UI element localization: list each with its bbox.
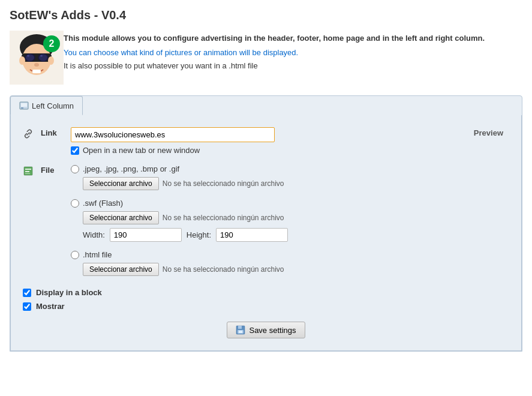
display-block-checkbox[interactable] — [23, 289, 31, 297]
header-normal: It is also possible to put whatever you … — [64, 61, 485, 71]
dimensions-row: Width: Height: — [83, 228, 509, 242]
svg-rect-17 — [21, 103, 27, 107]
new-tab-label: Open in a new tab or new window — [83, 146, 200, 155]
file-icon — [23, 166, 34, 176]
image-no-file: No se ha seleccionado ningún archivo — [163, 179, 284, 188]
save-icon — [236, 325, 245, 335]
image-upload-row: Seleccionar archivo No se ha seleccionad… — [83, 177, 509, 190]
link-row: Link Open in a new tab or new window Pre… — [23, 127, 509, 155]
file-options: .jpeg, .jpg, .png, .bmp or .gif Seleccio… — [71, 164, 509, 276]
image-option-label: .jpeg, .jpg, .png, .bmp or .gif — [83, 164, 179, 173]
link-icon-container — [23, 128, 36, 141]
file-icon-container — [23, 166, 36, 178]
svg-point-8 — [39, 55, 47, 61]
html-option-label: .html file — [83, 250, 112, 259]
bottom-checkboxes: Display in a block Mostrar — [23, 288, 509, 311]
svg-rect-18 — [21, 107, 23, 109]
save-label: Save settings — [249, 326, 296, 335]
file-field-content: .jpeg, .jpg, .png, .bmp or .gif Seleccio… — [71, 164, 509, 276]
height-input[interactable] — [216, 228, 288, 242]
mostrar-checkbox[interactable] — [23, 302, 31, 311]
swf-radio-row: .swf (Flash) — [71, 199, 509, 208]
height-label: Height: — [187, 230, 211, 239]
mostrar-label: Mostrar — [36, 302, 65, 311]
svg-rect-22 — [25, 173, 30, 174]
mostrar-row: Mostrar — [23, 302, 509, 311]
save-button[interactable]: Save settings — [227, 322, 305, 338]
link-icon — [23, 128, 34, 139]
swf-select-btn[interactable]: Seleccionar archivo — [83, 211, 159, 224]
image-select-btn[interactable]: Seleccionar archivo — [83, 177, 159, 190]
html-radio-row: .html file — [71, 250, 509, 259]
tab-section: Left Column Link Open in a new tab or ne… — [10, 95, 522, 352]
link-label: Link — [41, 127, 71, 137]
link-input[interactable] — [71, 127, 275, 142]
swf-radio[interactable] — [71, 199, 79, 208]
new-tab-checkbox[interactable] — [71, 146, 79, 155]
width-input[interactable] — [110, 228, 182, 242]
file-row: File .jpeg, .jpg, .png, .bmp or .gif Sel… — [23, 164, 509, 276]
svg-rect-21 — [25, 171, 29, 172]
file-option-swf: .swf (Flash) Seleccionar archivo No se h… — [71, 199, 509, 242]
swf-no-file: No se ha seleccionado ningún archivo — [163, 214, 284, 222]
svg-point-5 — [26, 55, 34, 61]
display-block-row: Display in a block — [23, 288, 509, 297]
svg-rect-26 — [239, 331, 242, 333]
html-upload-row: Seleccionar archivo No se ha seleccionad… — [83, 263, 509, 276]
svg-point-9 — [40, 55, 43, 57]
header-blue: You can choose what kind of pictures or … — [64, 47, 485, 58]
display-block-label: Display in a block — [36, 288, 102, 297]
swf-upload-row: Seleccionar archivo No se ha seleccionad… — [83, 211, 509, 224]
html-select-btn[interactable]: Seleccionar archivo — [83, 263, 159, 276]
swf-option-label: .swf (Flash) — [83, 199, 123, 208]
header-section: 2 This module allows you to configure ad… — [10, 31, 522, 85]
image-radio[interactable] — [71, 165, 79, 173]
avatar: 2 — [10, 31, 64, 85]
width-label: Width: — [83, 230, 105, 239]
tab-left-column[interactable]: Left Column — [10, 96, 83, 115]
link-field-content: Open in a new tab or new window — [71, 127, 474, 155]
page-title: SotEW's Adds - V0.4 — [10, 8, 522, 22]
header-text: This module allows you to configure adve… — [64, 31, 485, 72]
html-no-file: No se ha seleccionado ningún archivo — [163, 265, 284, 274]
svg-rect-24 — [238, 326, 242, 329]
content-area: Link Open in a new tab or new window Pre… — [10, 115, 522, 351]
svg-point-14 — [19, 56, 25, 65]
svg-point-15 — [48, 56, 54, 65]
svg-point-10 — [34, 63, 39, 67]
svg-rect-20 — [25, 169, 31, 170]
new-tab-row: Open in a new tab or new window — [71, 146, 474, 155]
preview-label: Preview — [474, 127, 509, 137]
html-radio[interactable] — [71, 251, 79, 259]
file-option-html: .html file Seleccionar archivo No se ha … — [71, 250, 509, 276]
image-radio-row: .jpeg, .jpg, .png, .bmp or .gif — [71, 164, 509, 173]
svg-rect-11 — [32, 70, 41, 73]
file-option-image: .jpeg, .jpg, .png, .bmp or .gif Seleccio… — [71, 164, 509, 190]
svg-point-6 — [27, 55, 29, 57]
header-bold: This module allows you to configure adve… — [64, 33, 485, 44]
svg-text:2: 2 — [49, 38, 55, 49]
file-label: File — [41, 164, 71, 175]
tab-bar: Left Column — [10, 96, 522, 115]
save-section: Save settings — [23, 322, 509, 338]
tab-icon — [19, 101, 29, 110]
tab-label: Left Column — [32, 101, 74, 110]
